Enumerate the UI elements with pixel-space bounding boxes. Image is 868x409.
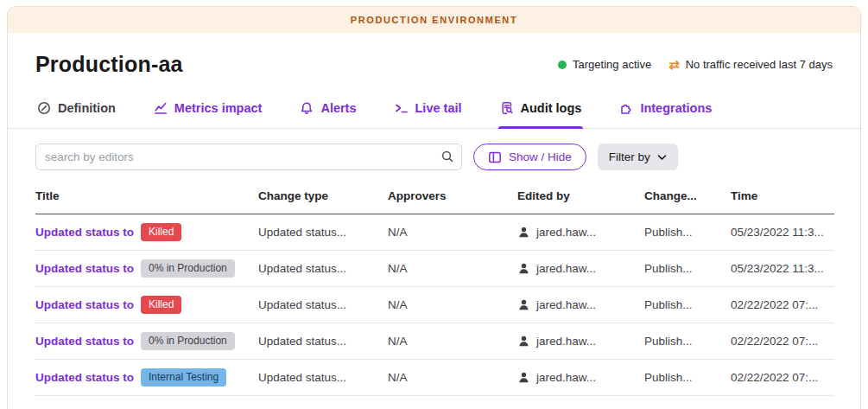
environment-card: PRODUCTION ENVIRONMENT Production-aa Tar… (7, 6, 861, 409)
person-icon (517, 371, 530, 384)
tab-live-tail[interactable]: Live tail (393, 89, 464, 128)
bell-icon (300, 101, 314, 115)
traffic-arrows-icon: ⇄ (668, 58, 680, 71)
change-type-cell: Updated status... (258, 323, 388, 360)
column-header-edited-by: Edited by (517, 184, 644, 214)
targeting-active-dot-icon (558, 61, 567, 69)
change-type-cell: Updated status... (258, 360, 388, 396)
column-header-approvers: Approvers (388, 184, 517, 214)
column-header-time: Time (731, 184, 834, 214)
definition-icon (37, 101, 51, 115)
change-cell: Publish... (644, 287, 731, 323)
approvers-cell: N/A (388, 323, 517, 360)
status-badge: Killed (141, 223, 181, 241)
column-header-change-type: Change type (258, 184, 388, 214)
change-cell: Publish... (644, 323, 731, 360)
person-icon (517, 226, 530, 239)
table-row: Updated status to Killed Updated status.… (35, 287, 834, 323)
traffic-status-label: No traffic received last 7 days (686, 58, 833, 71)
table-row: Updated status to Internal Testing Updat… (35, 360, 834, 396)
time-cell: 02/22/2022 07:... (731, 323, 834, 360)
person-icon (517, 335, 530, 348)
table-header-row: Title Change type Approvers Edited by Ch… (35, 184, 834, 214)
filter-by-button[interactable]: Filter by (598, 144, 678, 170)
tab-label: Alerts (320, 101, 356, 115)
chevron-down-icon (657, 154, 667, 161)
tab-alerts[interactable]: Alerts (298, 89, 358, 128)
person-icon (517, 298, 530, 311)
status-badge: 0% in Production (141, 259, 235, 278)
table-row: Updated status to 0% in Production Updat… (35, 251, 834, 287)
show-hide-button[interactable]: Show / Hide (473, 144, 586, 170)
filter-by-label: Filter by (609, 150, 650, 163)
targeting-status-label: Targeting active (573, 58, 651, 71)
edited-by-cell: jared.haw... (536, 298, 596, 311)
columns-icon (488, 150, 502, 164)
change-cell: Publish... (644, 214, 731, 251)
change-type-cell: Updated status... (258, 214, 388, 251)
banner-label: PRODUCTION ENVIRONMENT (351, 15, 517, 25)
puzzle-icon (619, 101, 633, 115)
search-wrapper (35, 144, 462, 170)
page-header: Production-aa Targeting active ⇄ No traf… (8, 33, 860, 84)
approvers-cell: N/A (388, 360, 517, 396)
targeting-status: Targeting active (558, 58, 651, 71)
status-badge: 0% in Production (141, 332, 235, 350)
change-type-cell: Updated status... (258, 287, 388, 323)
approvers-cell: N/A (388, 214, 517, 251)
status-badge: Internal Testing (141, 368, 226, 387)
table-row: Updated status to Killed Updated status.… (35, 214, 834, 251)
edited-by-cell: jared.haw... (536, 262, 596, 275)
edited-by-cell: jared.haw... (536, 335, 596, 348)
table-row: Updated status to 0% in Production Updat… (35, 323, 834, 360)
edited-by-cell: jared.haw... (536, 226, 596, 239)
edited-by-cell: jared.haw... (536, 371, 596, 384)
change-type-cell: Updated status... (258, 251, 388, 287)
approvers-cell: N/A (388, 287, 517, 323)
person-icon (517, 262, 530, 275)
time-cell: 02/22/2022 07:... (731, 287, 834, 323)
time-cell: 05/23/2022 11:3... (731, 251, 834, 287)
time-cell: 02/22/2022 07:... (731, 360, 834, 396)
tab-metrics-impact[interactable]: Metrics impact (152, 89, 264, 128)
show-hide-label: Show / Hide (509, 150, 572, 163)
audit-log-icon (500, 101, 514, 115)
terminal-icon (395, 101, 409, 115)
audit-entry-link[interactable]: Updated status to (35, 335, 134, 348)
traffic-status: ⇄ No traffic received last 7 days (668, 58, 833, 71)
tab-label: Definition (58, 101, 116, 115)
audit-entry-link[interactable]: Updated status to (35, 371, 134, 384)
column-header-title: Title (35, 184, 258, 214)
approvers-cell: N/A (388, 251, 517, 287)
search-input[interactable] (35, 144, 462, 170)
line-chart-icon (154, 101, 168, 115)
search-icon (440, 150, 454, 163)
status-badge: Killed (141, 296, 181, 314)
change-cell: Publish... (644, 360, 731, 396)
tab-label: Integrations (640, 101, 712, 115)
table-toolbar: Show / Hide Filter by (8, 129, 860, 181)
change-cell: Publish... (644, 251, 731, 287)
audit-log-table: Title Change type Approvers Edited by Ch… (35, 184, 834, 396)
audit-entry-link[interactable]: Updated status to (35, 226, 134, 239)
tab-label: Metrics impact (174, 101, 263, 115)
tab-label: Audit logs (521, 101, 582, 115)
tab-label: Live tail (415, 101, 462, 115)
tab-bar: Definition Metrics impact Alerts (8, 84, 860, 129)
tab-integrations[interactable]: Integrations (618, 89, 713, 128)
tab-audit-logs[interactable]: Audit logs (498, 89, 584, 128)
audit-entry-link[interactable]: Updated status to (35, 262, 134, 275)
column-header-change: Change... (644, 184, 731, 214)
page-title: Production-aa (35, 52, 183, 77)
environment-banner: PRODUCTION ENVIRONMENT (8, 7, 860, 33)
status-group: Targeting active ⇄ No traffic received l… (558, 58, 833, 71)
time-cell: 05/23/2022 11:3... (731, 214, 834, 251)
audit-entry-link[interactable]: Updated status to (35, 298, 134, 311)
tab-definition[interactable]: Definition (35, 89, 117, 128)
